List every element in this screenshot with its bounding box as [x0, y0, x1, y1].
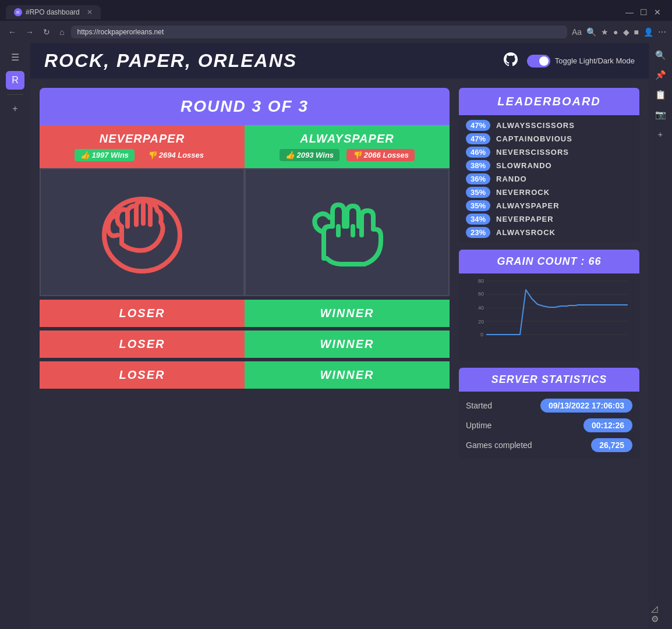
player-card-right: AlwaysPaper 👍 2093 Wins 👎 2066 Losses: [245, 125, 450, 168]
browser-chrome: R #RPO dashboard ✕ — ☐ ✕ ← → ↻ ⌂ https:/…: [0, 0, 672, 43]
stats-list: Started 09/13/2022 17:06:03 Uptime 00:12…: [459, 392, 639, 459]
result-row-3: Loser Winner: [40, 361, 450, 389]
hand-right: [245, 168, 450, 296]
tab-close-button[interactable]: ✕: [87, 8, 93, 16]
lb-name-4: SlowRando: [496, 161, 552, 170]
extensions-icon[interactable]: ◆: [623, 27, 629, 37]
sidebar-divider: [7, 94, 23, 95]
player-stats-right: 👍 2093 Wins 👎 2066 Losses: [254, 149, 440, 161]
result-loser-2: Loser: [40, 331, 245, 358]
lb-pct-4: 38%: [466, 160, 490, 171]
lb-name-1: AlwaysScissors: [496, 121, 575, 130]
maximize-button[interactable]: ☐: [639, 8, 648, 16]
result-rows: Loser Winner Loser Winner Loser Winner: [40, 300, 450, 389]
player-wins-right: 👍 2093 Wins: [280, 149, 339, 161]
copy-icon[interactable]: 📋: [653, 87, 669, 102]
tab-bar: R #RPO dashboard ✕ — ☐ ✕: [0, 0, 672, 21]
player-losses-right: 👎 2066 Losses: [346, 149, 415, 161]
app-title: Rock, Paper, Orleans: [44, 50, 297, 72]
browser-icon[interactable]: ●: [613, 27, 618, 37]
result-loser-3: Loser: [40, 361, 245, 389]
player-name-left: NeverPaper: [49, 132, 235, 145]
profile-icon[interactable]: 👤: [643, 27, 653, 37]
tab-icon: R: [14, 8, 22, 16]
rock-svg: [90, 183, 194, 282]
address-bar: ← → ↻ ⌂ https://rockpaperorleans.net Aa …: [0, 21, 672, 43]
sidebar-add-icon[interactable]: +: [6, 99, 24, 118]
svg-text:0: 0: [480, 332, 483, 337]
window-controls: — ☐ ✕: [625, 8, 666, 16]
theme-toggle[interactable]: Toggle Light/Dark Mode: [527, 55, 635, 67]
svg-text:60: 60: [478, 291, 484, 297]
uptime-label: Uptime: [466, 421, 491, 430]
lb-name-5: Rando: [496, 175, 527, 183]
tab-title: #RPO dashboard: [26, 8, 80, 16]
lb-pct-8: 34%: [466, 214, 490, 225]
list-item: 47% CaptainObvious: [466, 133, 632, 144]
result-winner-1: Winner: [245, 300, 450, 327]
minimize-button[interactable]: —: [625, 8, 634, 16]
player-stats-left: 👍 1997 Wins 👎 2694 Losses: [49, 149, 235, 161]
zoom-icon[interactable]: 🔍: [586, 27, 596, 37]
stat-row-started: Started 09/13/2022 17:06:03: [466, 399, 632, 413]
list-item: 36% Rando: [466, 173, 632, 184]
favorites-icon[interactable]: ★: [601, 27, 609, 37]
lb-name-9: AlwaysRock: [496, 228, 556, 237]
round-header: Round 3 of 3: [40, 88, 450, 125]
home-button[interactable]: ⌂: [57, 26, 66, 38]
url-input[interactable]: https://rockpaperorleans.net: [71, 26, 567, 38]
grain-section: Grain Count : 66 80 60 40 20 0: [459, 250, 639, 361]
lb-pct-6: 35%: [466, 187, 490, 198]
app-header: Rock, Paper, Orleans Toggle Light/Dark M…: [30, 43, 649, 79]
lb-pct-9: 23%: [466, 227, 490, 238]
sidebar-rpo-icon[interactable]: R: [6, 71, 24, 90]
svg-text:40: 40: [478, 305, 484, 311]
toolbar-icons: Aa 🔍 ★ ● ◆ ■ 👤 ⋯: [572, 27, 666, 37]
svg-text:20: 20: [478, 319, 484, 325]
lb-pct-1: 47%: [466, 120, 490, 131]
close-button[interactable]: ✕: [653, 8, 662, 16]
list-item: 47% AlwaysScissors: [466, 120, 632, 131]
settings-icon[interactable]: ⚙: [649, 612, 661, 626]
player-wins-left: 👍 1997 Wins: [75, 149, 135, 161]
result-row-2: Loser Winner: [40, 331, 450, 358]
player-card-left: NeverPaper 👍 1997 Wins 👎 2694 Losses: [40, 125, 245, 168]
started-value: 09/13/2022 17:06:03: [540, 399, 632, 413]
result-loser-1: Loser: [40, 300, 245, 327]
leaderboard-list: 47% AlwaysScissors 47% CaptainObvious 46…: [459, 115, 639, 243]
header-right: Toggle Light/Dark Mode: [504, 52, 635, 70]
list-item: 23% AlwaysRock: [466, 227, 632, 238]
lb-name-3: NeverScissors: [496, 148, 569, 157]
search-icon[interactable]: 🔍: [653, 48, 669, 63]
player-losses-left: 👎 2694 Losses: [142, 149, 210, 161]
back-button[interactable]: ←: [6, 26, 19, 38]
toggle-label: Toggle Light/Dark Mode: [555, 56, 635, 65]
svg-text:80: 80: [478, 278, 484, 284]
games-value: 26,725: [591, 438, 632, 452]
browser-sidebar: ☰ R +: [0, 43, 30, 629]
plus-icon[interactable]: +: [656, 127, 666, 141]
lb-name-8: NeverPaper: [496, 215, 554, 223]
lb-pct-3: 46%: [466, 147, 490, 158]
github-icon[interactable]: [504, 52, 518, 70]
camera-icon[interactable]: 📷: [653, 107, 669, 122]
forward-button[interactable]: →: [23, 26, 36, 38]
lb-pct-5: 36%: [466, 173, 490, 184]
games-label: Games completed: [466, 440, 532, 450]
stats-header: Server Statistics: [459, 368, 639, 392]
browser-tab[interactable]: R #RPO dashboard ✕: [6, 5, 101, 19]
toggle-knob: [539, 56, 549, 66]
menu-icon[interactable]: ⋯: [658, 27, 666, 37]
collections-icon[interactable]: ■: [634, 27, 639, 37]
sidebar-toggle-icon[interactable]: ☰: [6, 48, 24, 66]
main-content: Rock, Paper, Orleans Toggle Light/Dark M…: [30, 43, 649, 629]
pin-icon[interactable]: 📌: [653, 67, 669, 83]
grain-header: Grain Count : 66: [459, 250, 639, 273]
hands-row: [40, 168, 450, 296]
players-row: NeverPaper 👍 1997 Wins 👎 2694 Losses Alw…: [40, 125, 450, 168]
lb-name-7: AlwaysPaper: [496, 201, 560, 210]
refresh-button[interactable]: ↻: [41, 26, 52, 38]
grain-chart-svg: 80 60 40 20 0: [464, 278, 635, 354]
toggle-switch[interactable]: [527, 55, 550, 67]
read-aloud-icon[interactable]: Aa: [572, 27, 582, 37]
